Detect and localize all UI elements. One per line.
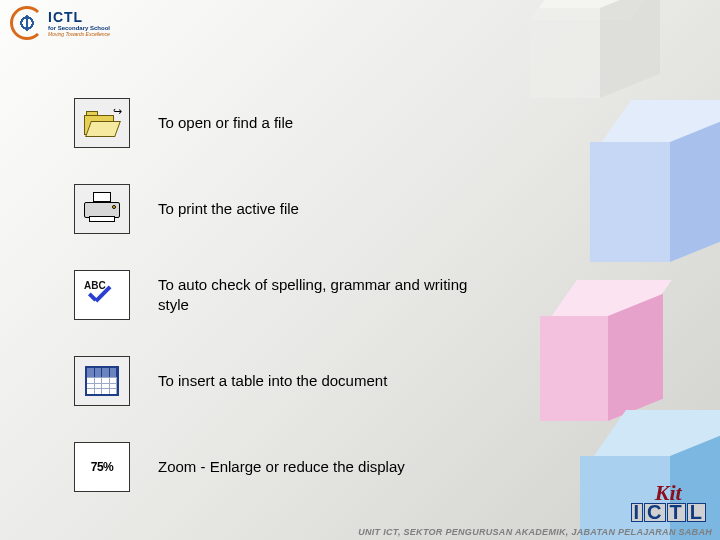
spellcheck-description: To auto check of spelling, grammar and w… bbox=[158, 275, 494, 316]
globe-swoosh-icon bbox=[10, 6, 44, 40]
kit-ictl-label: ICTL bbox=[631, 503, 706, 522]
logo-title: ICTL bbox=[48, 9, 110, 25]
zoom-value: 75% bbox=[91, 460, 114, 474]
open-file-icon: ↪ bbox=[74, 98, 130, 148]
list-item: To insert a table into the document bbox=[74, 356, 494, 406]
zoom-icon: 75% bbox=[74, 442, 130, 492]
decor-cube-pink bbox=[540, 280, 670, 430]
ictl-logo: ICTL for Secondary School Moving Towards… bbox=[10, 6, 110, 40]
list-item: 75% Zoom - Enlarge or reduce the display bbox=[74, 442, 494, 492]
print-description: To print the active file bbox=[158, 199, 299, 219]
list-item: ↪ To open or find a file bbox=[74, 98, 494, 148]
list-item: To print the active file bbox=[74, 184, 494, 234]
open-file-description: To open or find a file bbox=[158, 113, 293, 133]
insert-table-icon bbox=[74, 356, 130, 406]
list-item: ABC To auto check of spelling, grammar a… bbox=[74, 270, 494, 320]
logo-tagline: Moving Towards Excellence bbox=[48, 31, 110, 37]
spellcheck-icon: ABC bbox=[74, 270, 130, 320]
toolbar-explanations: ↪ To open or find a file To print the ac… bbox=[74, 98, 494, 528]
decor-cube-grey bbox=[530, 0, 650, 100]
insert-table-description: To insert a table into the document bbox=[158, 371, 387, 391]
kit-ictl-logo: Kit ICTL bbox=[631, 484, 706, 522]
decor-cube-blue bbox=[590, 100, 720, 270]
footer-text: UNIT ICT, SEKTOR PENGURUSAN AKADEMIK, JA… bbox=[0, 527, 712, 537]
zoom-description: Zoom - Enlarge or reduce the display bbox=[158, 457, 405, 477]
print-icon bbox=[74, 184, 130, 234]
